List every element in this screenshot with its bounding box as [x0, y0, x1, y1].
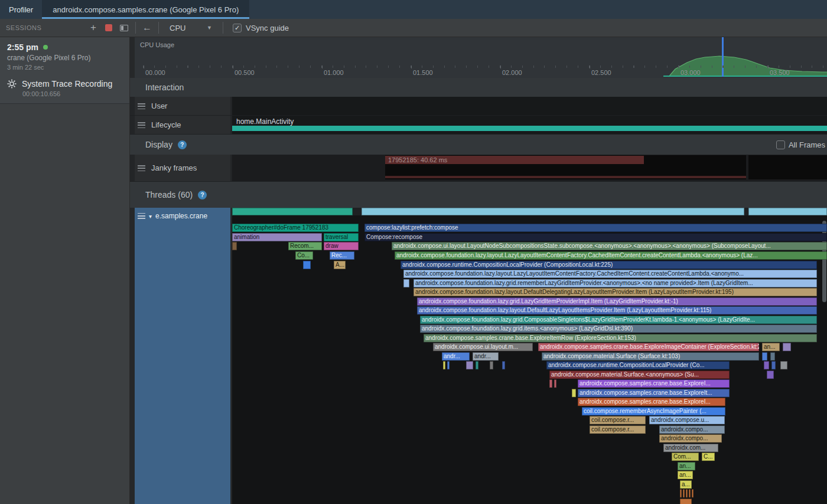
- trace-span-small[interactable]: [443, 361, 445, 369]
- session-recording-item[interactable]: System Trace Recording 00:00:10.656: [0, 73, 129, 97]
- trace-span-small[interactable]: [549, 379, 552, 388]
- trace-span[interactable]: coil.compose.r...: [590, 416, 646, 424]
- trace-span[interactable]: androidx.compose.ui.layout.m...: [433, 343, 533, 351]
- trace-span[interactable]: androidx.compo...: [659, 434, 722, 443]
- trace-span[interactable]: C...: [702, 453, 715, 461]
- trace-span[interactable]: coil.compose.r...: [590, 426, 646, 434]
- trace-span-small[interactable]: [362, 208, 744, 215]
- trace-span[interactable]: androidx.compose.samples.crane.base.Expl…: [578, 398, 725, 406]
- trace-span[interactable]: androidx.compose.samples.crane.base.Expl…: [578, 379, 730, 388]
- cpu-usage-strip[interactable]: CPU Usage 00.00000.50001.00001.50002.000…: [135, 37, 827, 78]
- trace-span[interactable]: androidx.compose.runtime.CompositionLoca…: [546, 361, 730, 369]
- back-arrow-icon[interactable]: ←: [139, 21, 155, 35]
- lifecycle-track[interactable]: home.MainActivity: [232, 116, 827, 134]
- collapse-panel-icon[interactable]: [116, 21, 132, 35]
- janky-track[interactable]: 17952185: 40.62 ms: [232, 155, 827, 181]
- all-frames-toggle[interactable]: ✓ All Frames: [776, 140, 825, 149]
- trace-span[interactable]: Choreographer#doFrame 17952183: [232, 224, 359, 232]
- trace-span[interactable]: androidx.compose.ui.layout.LayoutNodeSub…: [392, 242, 827, 250]
- trace-span[interactable]: androidx.compose.foundation.lazy.layout.…: [417, 306, 817, 315]
- trace-span[interactable]: Co...: [295, 251, 313, 260]
- trace-span[interactable]: androidx.compose.samples.crane.base.Expl…: [424, 334, 817, 342]
- trace-span[interactable]: an...: [678, 462, 695, 470]
- trace-span[interactable]: androidx.compose.foundation.lazy.grid.La…: [417, 297, 817, 306]
- trace-span-small[interactable]: [303, 261, 311, 269]
- trace-span[interactable]: Recom...: [288, 242, 322, 250]
- trace-span[interactable]: Com...: [672, 453, 699, 461]
- trace-span-small[interactable]: [683, 489, 685, 498]
- trace-span-small[interactable]: [572, 389, 576, 397]
- trace-span-small[interactable]: [476, 361, 478, 369]
- trace-span[interactable]: androidx.compose.foundation.lazy.layout.…: [403, 270, 817, 278]
- trace-span[interactable]: androidx.compose.runtime.CompositionLoca…: [401, 261, 817, 269]
- chevron-expand-icon[interactable]: ▾: [149, 213, 152, 220]
- trace-span-small[interactable]: [771, 361, 776, 369]
- trace-span-small[interactable]: [447, 361, 450, 369]
- trace-span[interactable]: androidx.compose.material.Surface.<anony…: [549, 371, 730, 379]
- trace-span-small[interactable]: [403, 279, 409, 287]
- thread-header[interactable]: ▾ e.samples.crane: [135, 208, 230, 220]
- trace-span[interactable]: an...: [678, 471, 693, 479]
- trace-span-small[interactable]: [490, 361, 493, 369]
- trace-span-small[interactable]: [764, 361, 769, 369]
- lifecycle-event-bar[interactable]: [232, 126, 827, 131]
- trace-span-small[interactable]: [232, 208, 353, 215]
- trace-span[interactable]: androidx.compose.foundation.lazy.grid.it…: [420, 325, 817, 333]
- trace-span[interactable]: androidx.compose.samples.crane.base.Expl…: [538, 343, 759, 351]
- trace-span[interactable]: coil.compose.rememberAsyncImagePainter (…: [582, 407, 725, 415]
- trace-span[interactable]: an...: [762, 343, 780, 351]
- help-icon[interactable]: ?: [178, 140, 187, 149]
- session-entry[interactable]: 2:55 pm crane (Google Pixel 6 Pro) 3 min…: [0, 41, 129, 73]
- trace-span[interactable]: androidx.compose.foundation.lazy.grid.re…: [414, 279, 817, 287]
- trace-span[interactable]: animation: [232, 233, 322, 241]
- trace-span[interactable]: androidx.compose.material.Surface (Surfa…: [542, 352, 759, 361]
- vsync-guide-toggle[interactable]: ✓ VSync guide: [233, 24, 289, 32]
- flame-chart[interactable]: Choreographer#doFrame 17952183compose:la…: [232, 208, 827, 504]
- trace-span-small[interactable]: [680, 499, 692, 504]
- trace-span[interactable]: andr...: [473, 352, 499, 361]
- trace-span[interactable]: Compose:recompose: [364, 233, 827, 241]
- trace-span[interactable]: androidx.compo...: [659, 426, 725, 434]
- trace-span[interactable]: androidx.compose.foundation.lazy.layout.…: [414, 288, 817, 296]
- trace-span-small[interactable]: [680, 489, 682, 498]
- trace-span-small[interactable]: [686, 489, 688, 498]
- user-track[interactable]: [232, 97, 827, 115]
- janky-frame-block[interactable]: 17952185: 40.62 ms: [385, 155, 746, 179]
- trace-span[interactable]: draw: [324, 242, 359, 250]
- session-tab[interactable]: androidx.compose.samples.crane (Google P…: [42, 0, 249, 19]
- trace-span-small[interactable]: [770, 352, 775, 361]
- trace-span-small[interactable]: [783, 343, 791, 351]
- trace-span[interactable]: Rec...: [330, 251, 354, 260]
- trace-span[interactable]: androidx.com...: [663, 444, 718, 452]
- drag-handle-icon[interactable]: [138, 122, 145, 128]
- add-session-icon[interactable]: +: [86, 21, 101, 35]
- trace-span[interactable]: traversal: [324, 233, 359, 241]
- thread-label-panel[interactable]: ▾ e.samples.crane: [135, 208, 230, 504]
- drag-handle-icon[interactable]: [138, 165, 145, 171]
- trace-span-small[interactable]: [689, 489, 691, 498]
- trace-span-small[interactable]: [780, 361, 787, 369]
- help-icon[interactable]: ?: [198, 191, 207, 199]
- trace-span[interactable]: androidx.compose.samples.crane.base.Expl…: [578, 389, 730, 397]
- trace-span-small[interactable]: [502, 361, 505, 369]
- trace-span[interactable]: a...: [680, 480, 692, 489]
- drag-handle-icon[interactable]: [138, 213, 145, 219]
- trace-span-small[interactable]: [748, 208, 827, 215]
- profiler-type-dropdown[interactable]: CPU ▼: [162, 24, 219, 32]
- trace-span-small[interactable]: [762, 352, 767, 361]
- trace-span[interactable]: androidx.compose.foundation.lazy.layout.…: [395, 251, 827, 260]
- trace-span-small[interactable]: [692, 489, 693, 498]
- trace-span[interactable]: andr...: [442, 352, 470, 361]
- trace-span[interactable]: compose:lazylist:prefetch:compose: [364, 224, 827, 232]
- all-frames-checkbox[interactable]: ✓: [776, 140, 785, 149]
- stop-recording-icon[interactable]: [101, 21, 116, 35]
- trace-span[interactable]: androidx.compose.u...: [649, 416, 725, 424]
- janky-frame-bar[interactable]: 17952185: 40.62 ms: [385, 156, 644, 164]
- trace-span[interactable]: androidx.compose.foundation.lazy.grid.Co…: [420, 316, 817, 324]
- trace-span-small[interactable]: [767, 371, 774, 379]
- vsync-checkbox[interactable]: ✓: [233, 24, 242, 32]
- trace-span[interactable]: A...: [334, 261, 346, 269]
- trace-span-small[interactable]: [232, 242, 237, 250]
- drag-handle-icon[interactable]: [138, 103, 145, 109]
- janky-frame-block[interactable]: [748, 155, 827, 179]
